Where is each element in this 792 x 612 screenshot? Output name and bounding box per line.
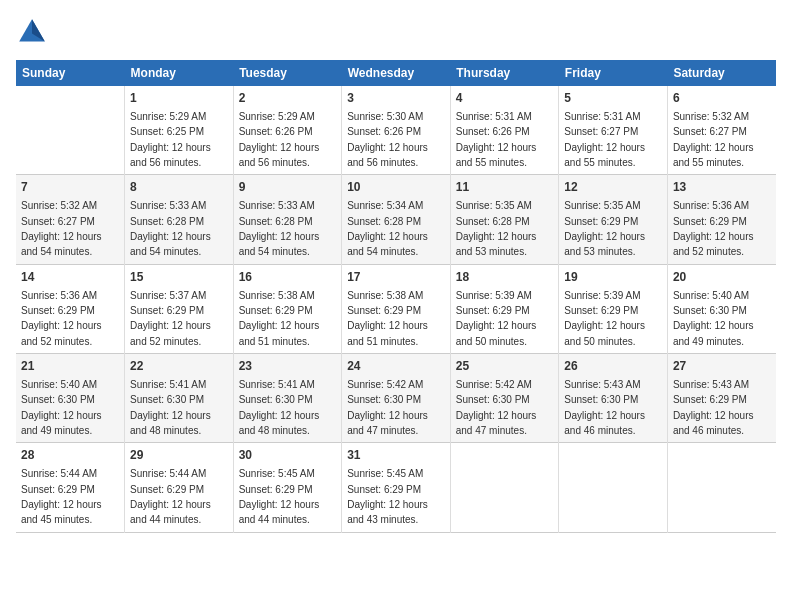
- day-info: Sunrise: 5:33 AM Sunset: 6:28 PM Dayligh…: [239, 200, 320, 257]
- day-number: 27: [673, 358, 771, 375]
- calendar-cell: [16, 86, 125, 175]
- calendar-cell: 6Sunrise: 5:32 AM Sunset: 6:27 PM Daylig…: [667, 86, 776, 175]
- calendar-body: 1Sunrise: 5:29 AM Sunset: 6:25 PM Daylig…: [16, 86, 776, 532]
- calendar-week-row: 14Sunrise: 5:36 AM Sunset: 6:29 PM Dayli…: [16, 264, 776, 353]
- day-info: Sunrise: 5:37 AM Sunset: 6:29 PM Dayligh…: [130, 290, 211, 347]
- calendar-cell: 1Sunrise: 5:29 AM Sunset: 6:25 PM Daylig…: [125, 86, 234, 175]
- day-info: Sunrise: 5:34 AM Sunset: 6:28 PM Dayligh…: [347, 200, 428, 257]
- day-info: Sunrise: 5:39 AM Sunset: 6:29 PM Dayligh…: [456, 290, 537, 347]
- calendar-cell: [559, 443, 668, 532]
- day-number: 29: [130, 447, 228, 464]
- day-number: 21: [21, 358, 119, 375]
- calendar-week-row: 28Sunrise: 5:44 AM Sunset: 6:29 PM Dayli…: [16, 443, 776, 532]
- day-number: 26: [564, 358, 662, 375]
- day-header-thursday: Thursday: [450, 60, 559, 86]
- day-info: Sunrise: 5:43 AM Sunset: 6:30 PM Dayligh…: [564, 379, 645, 436]
- day-number: 23: [239, 358, 337, 375]
- day-number: 16: [239, 269, 337, 286]
- calendar-cell: 7Sunrise: 5:32 AM Sunset: 6:27 PM Daylig…: [16, 175, 125, 264]
- calendar-cell: [450, 443, 559, 532]
- day-header-tuesday: Tuesday: [233, 60, 342, 86]
- day-number: 25: [456, 358, 554, 375]
- day-info: Sunrise: 5:43 AM Sunset: 6:29 PM Dayligh…: [673, 379, 754, 436]
- day-header-saturday: Saturday: [667, 60, 776, 86]
- calendar-cell: 24Sunrise: 5:42 AM Sunset: 6:30 PM Dayli…: [342, 354, 451, 443]
- day-number: 22: [130, 358, 228, 375]
- day-info: Sunrise: 5:44 AM Sunset: 6:29 PM Dayligh…: [21, 468, 102, 525]
- calendar-cell: 4Sunrise: 5:31 AM Sunset: 6:26 PM Daylig…: [450, 86, 559, 175]
- calendar-cell: 16Sunrise: 5:38 AM Sunset: 6:29 PM Dayli…: [233, 264, 342, 353]
- day-number: 31: [347, 447, 445, 464]
- day-info: Sunrise: 5:36 AM Sunset: 6:29 PM Dayligh…: [21, 290, 102, 347]
- day-info: Sunrise: 5:44 AM Sunset: 6:29 PM Dayligh…: [130, 468, 211, 525]
- calendar-week-row: 1Sunrise: 5:29 AM Sunset: 6:25 PM Daylig…: [16, 86, 776, 175]
- logo: [16, 16, 52, 48]
- calendar-cell: 15Sunrise: 5:37 AM Sunset: 6:29 PM Dayli…: [125, 264, 234, 353]
- calendar-cell: 17Sunrise: 5:38 AM Sunset: 6:29 PM Dayli…: [342, 264, 451, 353]
- day-number: 20: [673, 269, 771, 286]
- day-number: 3: [347, 90, 445, 107]
- calendar-cell: 28Sunrise: 5:44 AM Sunset: 6:29 PM Dayli…: [16, 443, 125, 532]
- day-info: Sunrise: 5:36 AM Sunset: 6:29 PM Dayligh…: [673, 200, 754, 257]
- calendar-cell: 19Sunrise: 5:39 AM Sunset: 6:29 PM Dayli…: [559, 264, 668, 353]
- logo-icon: [16, 16, 48, 48]
- calendar-header-row: SundayMondayTuesdayWednesdayThursdayFrid…: [16, 60, 776, 86]
- calendar-week-row: 7Sunrise: 5:32 AM Sunset: 6:27 PM Daylig…: [16, 175, 776, 264]
- calendar-cell: 5Sunrise: 5:31 AM Sunset: 6:27 PM Daylig…: [559, 86, 668, 175]
- day-number: 30: [239, 447, 337, 464]
- calendar-cell: 25Sunrise: 5:42 AM Sunset: 6:30 PM Dayli…: [450, 354, 559, 443]
- day-number: 8: [130, 179, 228, 196]
- day-number: 9: [239, 179, 337, 196]
- day-info: Sunrise: 5:29 AM Sunset: 6:25 PM Dayligh…: [130, 111, 211, 168]
- calendar-cell: 2Sunrise: 5:29 AM Sunset: 6:26 PM Daylig…: [233, 86, 342, 175]
- day-info: Sunrise: 5:38 AM Sunset: 6:29 PM Dayligh…: [347, 290, 428, 347]
- calendar-cell: 27Sunrise: 5:43 AM Sunset: 6:29 PM Dayli…: [667, 354, 776, 443]
- day-header-friday: Friday: [559, 60, 668, 86]
- day-info: Sunrise: 5:32 AM Sunset: 6:27 PM Dayligh…: [21, 200, 102, 257]
- calendar-cell: 10Sunrise: 5:34 AM Sunset: 6:28 PM Dayli…: [342, 175, 451, 264]
- calendar-cell: 12Sunrise: 5:35 AM Sunset: 6:29 PM Dayli…: [559, 175, 668, 264]
- calendar-cell: 29Sunrise: 5:44 AM Sunset: 6:29 PM Dayli…: [125, 443, 234, 532]
- calendar-cell: 26Sunrise: 5:43 AM Sunset: 6:30 PM Dayli…: [559, 354, 668, 443]
- calendar-cell: 20Sunrise: 5:40 AM Sunset: 6:30 PM Dayli…: [667, 264, 776, 353]
- day-number: 4: [456, 90, 554, 107]
- calendar-cell: 3Sunrise: 5:30 AM Sunset: 6:26 PM Daylig…: [342, 86, 451, 175]
- day-info: Sunrise: 5:40 AM Sunset: 6:30 PM Dayligh…: [673, 290, 754, 347]
- calendar-cell: 23Sunrise: 5:41 AM Sunset: 6:30 PM Dayli…: [233, 354, 342, 443]
- calendar-table: SundayMondayTuesdayWednesdayThursdayFrid…: [16, 60, 776, 533]
- day-number: 2: [239, 90, 337, 107]
- calendar-cell: 22Sunrise: 5:41 AM Sunset: 6:30 PM Dayli…: [125, 354, 234, 443]
- page-header: [16, 16, 776, 48]
- day-number: 17: [347, 269, 445, 286]
- calendar-cell: 9Sunrise: 5:33 AM Sunset: 6:28 PM Daylig…: [233, 175, 342, 264]
- day-number: 6: [673, 90, 771, 107]
- day-header-sunday: Sunday: [16, 60, 125, 86]
- calendar-week-row: 21Sunrise: 5:40 AM Sunset: 6:30 PM Dayli…: [16, 354, 776, 443]
- day-info: Sunrise: 5:35 AM Sunset: 6:28 PM Dayligh…: [456, 200, 537, 257]
- day-info: Sunrise: 5:42 AM Sunset: 6:30 PM Dayligh…: [347, 379, 428, 436]
- calendar-cell: 31Sunrise: 5:45 AM Sunset: 6:29 PM Dayli…: [342, 443, 451, 532]
- day-number: 5: [564, 90, 662, 107]
- day-number: 1: [130, 90, 228, 107]
- day-info: Sunrise: 5:33 AM Sunset: 6:28 PM Dayligh…: [130, 200, 211, 257]
- day-number: 19: [564, 269, 662, 286]
- calendar-cell: 11Sunrise: 5:35 AM Sunset: 6:28 PM Dayli…: [450, 175, 559, 264]
- calendar-cell: [667, 443, 776, 532]
- day-number: 13: [673, 179, 771, 196]
- calendar-cell: 18Sunrise: 5:39 AM Sunset: 6:29 PM Dayli…: [450, 264, 559, 353]
- day-info: Sunrise: 5:32 AM Sunset: 6:27 PM Dayligh…: [673, 111, 754, 168]
- calendar-cell: 30Sunrise: 5:45 AM Sunset: 6:29 PM Dayli…: [233, 443, 342, 532]
- day-info: Sunrise: 5:41 AM Sunset: 6:30 PM Dayligh…: [239, 379, 320, 436]
- day-info: Sunrise: 5:39 AM Sunset: 6:29 PM Dayligh…: [564, 290, 645, 347]
- day-number: 11: [456, 179, 554, 196]
- day-info: Sunrise: 5:38 AM Sunset: 6:29 PM Dayligh…: [239, 290, 320, 347]
- day-number: 24: [347, 358, 445, 375]
- day-info: Sunrise: 5:41 AM Sunset: 6:30 PM Dayligh…: [130, 379, 211, 436]
- day-info: Sunrise: 5:35 AM Sunset: 6:29 PM Dayligh…: [564, 200, 645, 257]
- day-header-wednesday: Wednesday: [342, 60, 451, 86]
- day-info: Sunrise: 5:45 AM Sunset: 6:29 PM Dayligh…: [347, 468, 428, 525]
- day-number: 15: [130, 269, 228, 286]
- calendar-cell: 8Sunrise: 5:33 AM Sunset: 6:28 PM Daylig…: [125, 175, 234, 264]
- day-info: Sunrise: 5:45 AM Sunset: 6:29 PM Dayligh…: [239, 468, 320, 525]
- day-info: Sunrise: 5:31 AM Sunset: 6:27 PM Dayligh…: [564, 111, 645, 168]
